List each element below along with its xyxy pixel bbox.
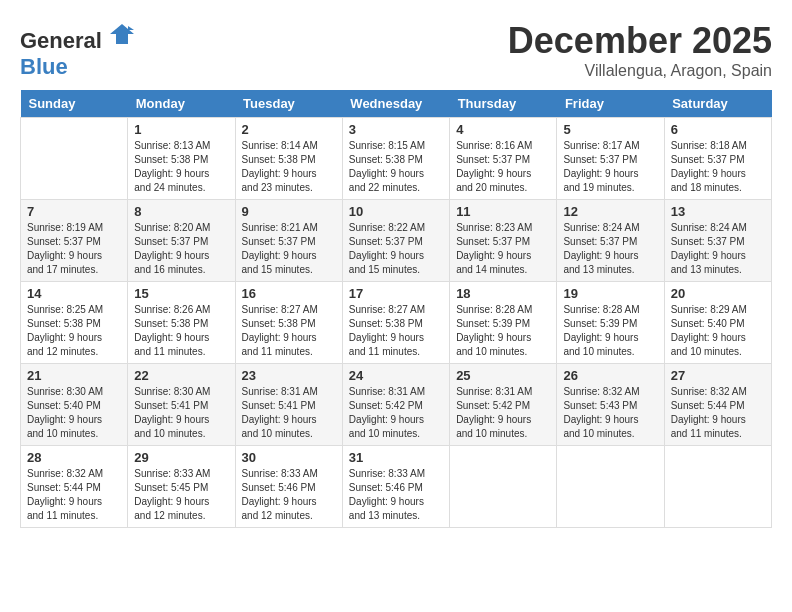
calendar-cell: 26 Sunrise: 8:32 AMSunset: 5:43 PMDaylig…: [557, 364, 664, 446]
day-number: 16: [242, 286, 336, 301]
day-number: 6: [671, 122, 765, 137]
calendar-cell: 3 Sunrise: 8:15 AMSunset: 5:38 PMDayligh…: [342, 118, 449, 200]
day-number: 12: [563, 204, 657, 219]
day-number: 4: [456, 122, 550, 137]
day-info: Sunrise: 8:31 AMSunset: 5:42 PMDaylight:…: [349, 385, 443, 441]
day-number: 3: [349, 122, 443, 137]
calendar-cell: 4 Sunrise: 8:16 AMSunset: 5:37 PMDayligh…: [450, 118, 557, 200]
day-number: 20: [671, 286, 765, 301]
day-number: 9: [242, 204, 336, 219]
calendar-cell: 28 Sunrise: 8:32 AMSunset: 5:44 PMDaylig…: [21, 446, 128, 528]
column-header-friday: Friday: [557, 90, 664, 118]
day-info: Sunrise: 8:27 AMSunset: 5:38 PMDaylight:…: [349, 303, 443, 359]
calendar-cell: 8 Sunrise: 8:20 AMSunset: 5:37 PMDayligh…: [128, 200, 235, 282]
day-number: 13: [671, 204, 765, 219]
calendar-cell: 22 Sunrise: 8:30 AMSunset: 5:41 PMDaylig…: [128, 364, 235, 446]
day-number: 22: [134, 368, 228, 383]
day-info: Sunrise: 8:27 AMSunset: 5:38 PMDaylight:…: [242, 303, 336, 359]
calendar-cell: 17 Sunrise: 8:27 AMSunset: 5:38 PMDaylig…: [342, 282, 449, 364]
calendar-body: 1 Sunrise: 8:13 AMSunset: 5:38 PMDayligh…: [21, 118, 772, 528]
calendar-cell: 19 Sunrise: 8:28 AMSunset: 5:39 PMDaylig…: [557, 282, 664, 364]
day-info: Sunrise: 8:33 AMSunset: 5:45 PMDaylight:…: [134, 467, 228, 523]
calendar-cell: [21, 118, 128, 200]
day-number: 27: [671, 368, 765, 383]
calendar-table: SundayMondayTuesdayWednesdayThursdayFrid…: [20, 90, 772, 528]
day-info: Sunrise: 8:30 AMSunset: 5:40 PMDaylight:…: [27, 385, 121, 441]
day-number: 24: [349, 368, 443, 383]
day-info: Sunrise: 8:21 AMSunset: 5:37 PMDaylight:…: [242, 221, 336, 277]
svg-marker-1: [128, 26, 134, 30]
day-info: Sunrise: 8:31 AMSunset: 5:42 PMDaylight:…: [456, 385, 550, 441]
day-info: Sunrise: 8:33 AMSunset: 5:46 PMDaylight:…: [349, 467, 443, 523]
day-info: Sunrise: 8:19 AMSunset: 5:37 PMDaylight:…: [27, 221, 121, 277]
month-title: December 2025: [508, 20, 772, 62]
logo-general: General: [20, 28, 102, 53]
calendar-week-row: 14 Sunrise: 8:25 AMSunset: 5:38 PMDaylig…: [21, 282, 772, 364]
calendar-cell: 20 Sunrise: 8:29 AMSunset: 5:40 PMDaylig…: [664, 282, 771, 364]
day-number: 26: [563, 368, 657, 383]
column-header-saturday: Saturday: [664, 90, 771, 118]
calendar-cell: 9 Sunrise: 8:21 AMSunset: 5:37 PMDayligh…: [235, 200, 342, 282]
day-number: 15: [134, 286, 228, 301]
day-number: 23: [242, 368, 336, 383]
day-number: 10: [349, 204, 443, 219]
calendar-cell: [450, 446, 557, 528]
calendar-cell: 27 Sunrise: 8:32 AMSunset: 5:44 PMDaylig…: [664, 364, 771, 446]
calendar-week-row: 1 Sunrise: 8:13 AMSunset: 5:38 PMDayligh…: [21, 118, 772, 200]
calendar-cell: 30 Sunrise: 8:33 AMSunset: 5:46 PMDaylig…: [235, 446, 342, 528]
day-number: 1: [134, 122, 228, 137]
day-info: Sunrise: 8:13 AMSunset: 5:38 PMDaylight:…: [134, 139, 228, 195]
calendar-week-row: 28 Sunrise: 8:32 AMSunset: 5:44 PMDaylig…: [21, 446, 772, 528]
day-info: Sunrise: 8:31 AMSunset: 5:41 PMDaylight:…: [242, 385, 336, 441]
calendar-cell: 18 Sunrise: 8:28 AMSunset: 5:39 PMDaylig…: [450, 282, 557, 364]
calendar-cell: 13 Sunrise: 8:24 AMSunset: 5:37 PMDaylig…: [664, 200, 771, 282]
day-info: Sunrise: 8:22 AMSunset: 5:37 PMDaylight:…: [349, 221, 443, 277]
day-number: 8: [134, 204, 228, 219]
page-header: General Blue December 2025 Villalengua, …: [20, 20, 772, 80]
day-info: Sunrise: 8:23 AMSunset: 5:37 PMDaylight:…: [456, 221, 550, 277]
calendar-cell: 1 Sunrise: 8:13 AMSunset: 5:38 PMDayligh…: [128, 118, 235, 200]
day-info: Sunrise: 8:24 AMSunset: 5:37 PMDaylight:…: [563, 221, 657, 277]
column-header-sunday: Sunday: [21, 90, 128, 118]
day-info: Sunrise: 8:15 AMSunset: 5:38 PMDaylight:…: [349, 139, 443, 195]
calendar-cell: 31 Sunrise: 8:33 AMSunset: 5:46 PMDaylig…: [342, 446, 449, 528]
day-info: Sunrise: 8:32 AMSunset: 5:44 PMDaylight:…: [671, 385, 765, 441]
calendar-cell: 11 Sunrise: 8:23 AMSunset: 5:37 PMDaylig…: [450, 200, 557, 282]
svg-marker-0: [110, 24, 134, 44]
day-info: Sunrise: 8:14 AMSunset: 5:38 PMDaylight:…: [242, 139, 336, 195]
calendar-cell: 29 Sunrise: 8:33 AMSunset: 5:45 PMDaylig…: [128, 446, 235, 528]
day-number: 19: [563, 286, 657, 301]
column-header-tuesday: Tuesday: [235, 90, 342, 118]
calendar-cell: 5 Sunrise: 8:17 AMSunset: 5:37 PMDayligh…: [557, 118, 664, 200]
day-number: 18: [456, 286, 550, 301]
calendar-cell: 24 Sunrise: 8:31 AMSunset: 5:42 PMDaylig…: [342, 364, 449, 446]
day-info: Sunrise: 8:28 AMSunset: 5:39 PMDaylight:…: [563, 303, 657, 359]
day-info: Sunrise: 8:28 AMSunset: 5:39 PMDaylight:…: [456, 303, 550, 359]
calendar-cell: 10 Sunrise: 8:22 AMSunset: 5:37 PMDaylig…: [342, 200, 449, 282]
day-info: Sunrise: 8:30 AMSunset: 5:41 PMDaylight:…: [134, 385, 228, 441]
calendar-cell: 23 Sunrise: 8:31 AMSunset: 5:41 PMDaylig…: [235, 364, 342, 446]
calendar-cell: 7 Sunrise: 8:19 AMSunset: 5:37 PMDayligh…: [21, 200, 128, 282]
day-info: Sunrise: 8:33 AMSunset: 5:46 PMDaylight:…: [242, 467, 336, 523]
day-number: 29: [134, 450, 228, 465]
day-info: Sunrise: 8:32 AMSunset: 5:43 PMDaylight:…: [563, 385, 657, 441]
day-number: 11: [456, 204, 550, 219]
day-info: Sunrise: 8:17 AMSunset: 5:37 PMDaylight:…: [563, 139, 657, 195]
day-number: 28: [27, 450, 121, 465]
calendar-cell: 25 Sunrise: 8:31 AMSunset: 5:42 PMDaylig…: [450, 364, 557, 446]
calendar-cell: 21 Sunrise: 8:30 AMSunset: 5:40 PMDaylig…: [21, 364, 128, 446]
day-info: Sunrise: 8:26 AMSunset: 5:38 PMDaylight:…: [134, 303, 228, 359]
day-number: 14: [27, 286, 121, 301]
day-info: Sunrise: 8:29 AMSunset: 5:40 PMDaylight:…: [671, 303, 765, 359]
calendar-header-row: SundayMondayTuesdayWednesdayThursdayFrid…: [21, 90, 772, 118]
calendar-week-row: 7 Sunrise: 8:19 AMSunset: 5:37 PMDayligh…: [21, 200, 772, 282]
column-header-thursday: Thursday: [450, 90, 557, 118]
location-title: Villalengua, Aragon, Spain: [508, 62, 772, 80]
day-number: 2: [242, 122, 336, 137]
day-info: Sunrise: 8:18 AMSunset: 5:37 PMDaylight:…: [671, 139, 765, 195]
logo-bird-icon: [108, 20, 136, 48]
calendar-cell: 15 Sunrise: 8:26 AMSunset: 5:38 PMDaylig…: [128, 282, 235, 364]
column-header-wednesday: Wednesday: [342, 90, 449, 118]
day-info: Sunrise: 8:24 AMSunset: 5:37 PMDaylight:…: [671, 221, 765, 277]
calendar-cell: 14 Sunrise: 8:25 AMSunset: 5:38 PMDaylig…: [21, 282, 128, 364]
